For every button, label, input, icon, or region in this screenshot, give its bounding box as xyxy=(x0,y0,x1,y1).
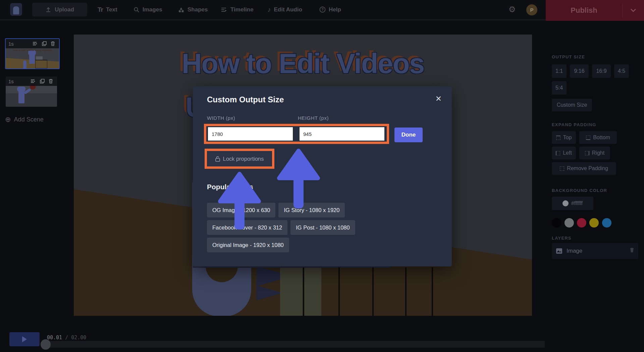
tool-help-label: Help xyxy=(329,6,341,13)
swatch-yellow[interactable] xyxy=(589,218,599,228)
scene-table-line xyxy=(303,267,304,316)
size-ig-post-button[interactable]: IG Post - 1080 x 1080 xyxy=(290,220,355,235)
pad-left-button[interactable]: Left xyxy=(552,147,576,159)
playback-bar: 00.01 / 02.00 xyxy=(0,327,546,352)
scene-1-caption: How to Edit Videos Using Kapwing xyxy=(6,49,59,52)
scene-flag-shape-small xyxy=(257,286,283,300)
height-input[interactable] xyxy=(300,127,384,141)
ratio-9-16-button[interactable]: 9:16 xyxy=(570,64,589,78)
height-label: HEIGHT (px) xyxy=(298,115,329,121)
pad-top-button[interactable]: Top xyxy=(552,131,576,144)
add-scene-button[interactable]: ⊕ Add Scene xyxy=(5,115,44,123)
swatch-red[interactable] xyxy=(577,218,586,228)
remove-padding-button[interactable]: Remove Padding xyxy=(552,162,616,175)
pad-bottom-button[interactable]: Bottom xyxy=(579,131,617,144)
upload-button[interactable]: Upload xyxy=(32,3,87,16)
background-color-heading: BACKGROUND COLOR xyxy=(552,188,607,193)
ratio-5-4-button[interactable]: 5:4 xyxy=(552,81,567,95)
scene-table-line xyxy=(338,267,340,316)
delete-icon[interactable] xyxy=(51,41,55,46)
settings-gear-icon[interactable]: ⚙ xyxy=(508,5,516,14)
shapes-icon xyxy=(178,7,184,13)
reorder-icon[interactable] xyxy=(31,79,36,84)
tool-edit-audio-label: Edit Audio xyxy=(274,6,302,13)
tool-shapes[interactable]: Shapes xyxy=(178,0,208,19)
tool-timeline[interactable]: Timeline xyxy=(221,0,254,19)
lock-proportions-button[interactable]: Lock proportions xyxy=(207,151,272,166)
ratio-16-9-button[interactable]: 16:9 xyxy=(592,64,611,78)
duplicate-icon[interactable] xyxy=(42,41,47,46)
scene-2-duration: 1s xyxy=(8,79,14,84)
tool-edit-audio[interactable]: ♪ Edit Audio xyxy=(268,0,302,19)
scene-1-cat-tail xyxy=(23,60,26,69)
scene-2-toolbar: 1s xyxy=(6,77,57,86)
ratio-4-5-button[interactable]: 4:5 xyxy=(614,64,629,78)
scene-1-laptop xyxy=(36,56,43,60)
custom-output-size-modal: Custom Output Size ✕ WIDTH (px) HEIGHT (… xyxy=(193,86,452,266)
scene-thumbnail-2[interactable]: 1s xyxy=(6,77,57,107)
layer-delete-icon[interactable] xyxy=(630,248,634,254)
right-sidebar: OUTPUT SIZE 1:1 9:16 16:9 4:5 5:4 Custom… xyxy=(546,21,644,352)
time-display: 00.01 / 02.00 xyxy=(47,335,86,341)
timeline-scrubber-handle[interactable] xyxy=(41,339,51,350)
play-icon xyxy=(22,336,27,342)
size-og-image-button[interactable]: OG Image - 1200 x 630 xyxy=(207,203,275,217)
tool-text[interactable]: Tr Text xyxy=(98,0,117,19)
swatch-blue[interactable] xyxy=(602,218,611,228)
pad-bottom-icon xyxy=(586,136,590,140)
pad-right-icon xyxy=(585,151,589,155)
chevron-down-icon xyxy=(630,8,637,12)
app-logo-art xyxy=(13,6,19,14)
scene-table-line xyxy=(405,267,407,316)
width-label: WIDTH (px) xyxy=(207,115,235,121)
size-ig-story-button[interactable]: IG Story - 1080 x 1920 xyxy=(278,203,345,217)
music-note-icon: ♪ xyxy=(268,6,271,13)
close-icon[interactable]: ✕ xyxy=(435,94,442,103)
text-tool-icon: Tr xyxy=(98,6,103,13)
scene-thumbnail-1[interactable]: 1s How to Edit Videos Using Kapwing xyxy=(5,38,60,69)
time-current: 00.01 xyxy=(47,335,62,341)
background-color-button[interactable]: #ffffff xyxy=(552,197,593,210)
tool-images-label: Images xyxy=(143,6,162,13)
delete-icon[interactable] xyxy=(49,79,53,84)
tool-shapes-label: Shapes xyxy=(187,6,208,13)
timeline-track[interactable] xyxy=(46,341,545,348)
reorder-icon[interactable] xyxy=(33,42,38,46)
upload-label: Upload xyxy=(55,6,74,13)
add-scene-label: Add Scene xyxy=(14,116,44,123)
done-button[interactable]: Done xyxy=(394,128,423,142)
play-button[interactable] xyxy=(9,332,40,346)
publish-button[interactable]: Publish xyxy=(546,0,622,21)
pad-left-icon xyxy=(556,151,560,155)
avatar[interactable]: P xyxy=(526,4,537,15)
time-total: 02.00 xyxy=(71,335,86,341)
swatch-black[interactable] xyxy=(552,218,561,228)
swatch-white[interactable] xyxy=(565,218,574,228)
ratio-1-1-button[interactable]: 1:1 xyxy=(552,64,567,78)
pad-top-icon xyxy=(556,136,560,140)
layer-row-image[interactable]: Image xyxy=(552,243,638,259)
top-toolbar: Upload Tr Text Images Shapes Timeline ♪ … xyxy=(0,0,546,19)
time-separator: / xyxy=(65,335,68,341)
scene-table-leg xyxy=(304,267,321,316)
width-input[interactable] xyxy=(208,127,293,141)
pad-right-button[interactable]: Right xyxy=(579,147,610,159)
scene-table-line xyxy=(372,267,374,316)
app-logo[interactable] xyxy=(10,3,22,16)
remove-padding-label: Remove Padding xyxy=(567,165,608,171)
custom-size-button[interactable]: Custom Size xyxy=(552,99,592,111)
toolbar-divider xyxy=(0,19,546,20)
size-original-image-button[interactable]: Original Image - 1920 x 1080 xyxy=(207,238,289,252)
scene-title-front: How to Edit Videos xyxy=(74,47,532,80)
modal-title: Custom Output Size xyxy=(207,95,284,104)
duplicate-icon[interactable] xyxy=(40,79,45,84)
upload-icon xyxy=(45,7,51,13)
publish-options-button[interactable] xyxy=(623,0,644,21)
scene-table-line xyxy=(432,267,433,316)
tool-images[interactable]: Images xyxy=(133,0,162,19)
tool-help[interactable]: ? Help xyxy=(319,0,341,19)
background-color-swatch-icon xyxy=(562,200,569,206)
size-facebook-cover-button[interactable]: Facebook Cover - 820 x 312 xyxy=(207,220,287,235)
pad-bottom-label: Bottom xyxy=(593,135,610,141)
scene-2-cat-head xyxy=(17,87,25,92)
